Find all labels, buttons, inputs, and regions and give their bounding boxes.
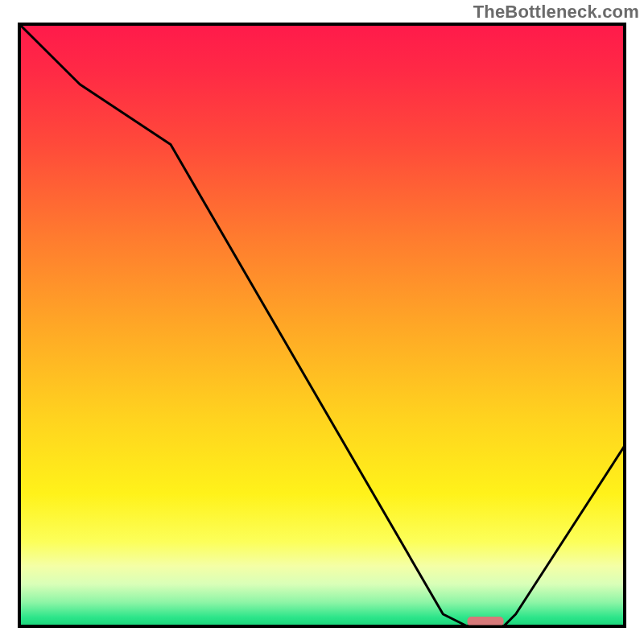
bottleneck-chart — [0, 0, 644, 644]
optimum-marker — [467, 617, 503, 626]
plot-background — [19, 24, 625, 626]
chart-frame: TheBottleneck.com — [0, 0, 644, 644]
